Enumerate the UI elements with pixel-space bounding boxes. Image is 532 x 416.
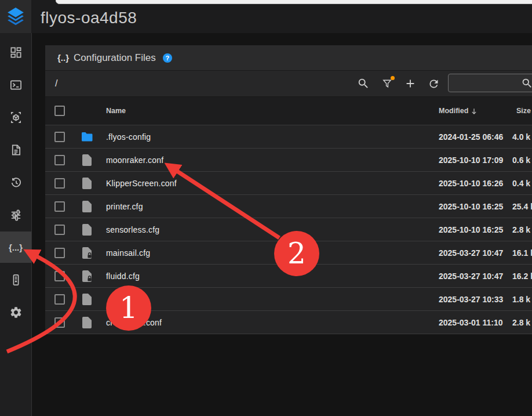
sidebar-item-jobs[interactable] [0, 134, 31, 165]
file-size: 4.0 k [512, 125, 530, 149]
app-window: flyos-oa4d58 [0, 0, 532, 416]
search-button[interactable] [355, 75, 371, 92]
file-modified: 2025-03-27 10:33 [439, 288, 503, 311]
refresh-icon [428, 78, 440, 90]
sidebar-item-tune[interactable] [0, 199, 31, 230]
sidebar-item-dashboard[interactable] [0, 37, 31, 68]
sidebar-item-config-files[interactable]: {...} [0, 231, 31, 263]
file-modified: 2025-03-27 10:47 [439, 241, 503, 265]
file-name: mainsail.cfg [106, 241, 150, 265]
row-checkbox[interactable] [54, 225, 65, 235]
table-row[interactable]: moonraker.conf 2025-10-10 17:09 0.6 k [45, 149, 532, 172]
panel-header: {..} Configuration Files ? [45, 45, 532, 71]
file-icon [80, 153, 94, 167]
sidebar: {...} [0, 33, 31, 416]
file-icon [80, 223, 94, 237]
layers-logo-icon [6, 6, 25, 27]
gear-icon [9, 306, 23, 319]
file-icon [80, 176, 94, 190]
plus-icon [404, 77, 417, 90]
column-header-size[interactable]: Size [516, 97, 531, 125]
table-row[interactable]: printer.cfg 2025-10-10 16:25 25.4 k [45, 195, 532, 218]
dashboard-icon [9, 46, 23, 59]
search-icon [357, 77, 370, 90]
annotation-step-1: 1 [106, 285, 151, 331]
refresh-button[interactable] [425, 75, 442, 92]
file-name: .flyos-config [106, 125, 151, 149]
breadcrumb-path: / [55, 71, 57, 96]
file-modified: 2025-10-10 16:26 [439, 172, 503, 195]
file-name: moonraker.conf [106, 149, 163, 172]
column-header-modified[interactable]: Modified [439, 97, 478, 125]
file-name: KlipperScreen.conf [106, 172, 177, 195]
app-logo[interactable] [0, 0, 31, 33]
table-row[interactable]: .flyos-config 2024-01-25 06:46 4.0 k [45, 125, 532, 149]
sidebar-item-settings[interactable] [0, 296, 31, 328]
file-modified: 2024-01-25 06:46 [439, 125, 503, 149]
file-size: 2.8 k [512, 311, 530, 334]
file-name: fluidd.cfg [106, 265, 140, 288]
panel-toolbar: / [45, 71, 532, 97]
table-row[interactable]: KlipperScreen.conf 2025-10-10 16:26 0.4 … [45, 172, 532, 195]
search-input[interactable] [448, 74, 532, 92]
page-title: flyos-oa4d58 [41, 0, 137, 33]
row-checkbox[interactable] [54, 155, 65, 165]
add-button[interactable] [402, 75, 418, 92]
file-modified: 2025-10-10 16:25 [439, 195, 503, 218]
row-checkbox[interactable] [54, 248, 65, 258]
help-icon[interactable]: ? [163, 53, 172, 63]
row-checkbox[interactable] [54, 201, 65, 212]
row-checkbox[interactable] [54, 317, 65, 328]
file-modified: 2025-10-10 16:25 [439, 218, 503, 241]
file-size: 1.8 k [512, 288, 530, 311]
server-icon [9, 273, 23, 287]
sort-desc-icon [470, 107, 478, 115]
history-icon [9, 176, 23, 189]
braces-icon: {...} [9, 243, 23, 252]
sidebar-item-console[interactable] [0, 69, 31, 100]
row-checkbox[interactable] [54, 271, 65, 281]
sidebar-item-gcode-preview[interactable] [0, 102, 31, 133]
column-header-name[interactable]: Name [106, 97, 126, 125]
browser-chrome-strip [56, 0, 532, 4]
file-modified: 2025-10-10 17:09 [439, 149, 503, 172]
row-checkbox[interactable] [54, 178, 65, 189]
select-all-checkbox[interactable] [54, 106, 65, 116]
file-locked-icon [80, 269, 94, 283]
file-icon [80, 292, 94, 306]
file-name: sensorless.cfg [106, 218, 159, 241]
file-size: 16.2 k [512, 265, 532, 288]
file-size: 25.4 k [512, 195, 532, 218]
file-size: 0.6 k [512, 149, 530, 172]
top-bar: flyos-oa4d58 [0, 0, 532, 33]
annotation-step-2: 2 [274, 231, 319, 276]
panel-title: Configuration Files [74, 52, 156, 64]
table-header: Name Modified Size [45, 97, 532, 125]
file-locked-icon [80, 246, 94, 260]
file-name: printer.cfg [106, 195, 143, 218]
file-icon [80, 200, 94, 214]
sidebar-item-history[interactable] [0, 167, 31, 198]
file-modified: 2025-03-27 10:47 [439, 265, 503, 288]
row-checkbox[interactable] [54, 294, 65, 305]
file-document-icon [9, 143, 23, 157]
filter-active-badge [391, 76, 395, 80]
file-modified: 2025-03-01 11:10 [439, 311, 503, 334]
file-size: 0.4 k [512, 172, 530, 195]
file-size: 16.1 k [512, 241, 532, 265]
cube-scan-icon [9, 111, 23, 124]
braces-title-icon: {..} [57, 53, 69, 63]
tune-icon [9, 208, 23, 222]
sidebar-item-machine[interactable] [0, 264, 31, 295]
row-checkbox[interactable] [54, 132, 65, 142]
file-icon [80, 316, 94, 330]
folder-icon [80, 130, 94, 144]
terminal-icon [9, 78, 23, 92]
filter-button[interactable] [379, 75, 395, 92]
file-size: 2.8 k [512, 218, 530, 241]
